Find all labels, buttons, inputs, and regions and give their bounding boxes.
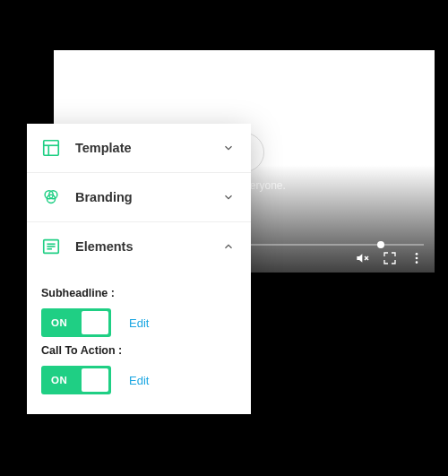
cta-edit-link[interactable]: Edit: [129, 374, 149, 387]
accordion-row-template[interactable]: Template: [27, 124, 251, 173]
svg-point-4: [416, 261, 418, 264]
svg-rect-5: [44, 141, 59, 156]
subheadline-controls: ON Edit: [41, 308, 237, 337]
elements-body: Subheadline : ON Edit Call To Action : O…: [27, 271, 251, 414]
accordion-label: Template: [75, 141, 222, 155]
template-icon: [41, 138, 61, 158]
subheadline-edit-link[interactable]: Edit: [129, 316, 149, 330]
accordion-row-branding[interactable]: Branding: [27, 173, 251, 222]
accordion-label: Branding: [75, 190, 222, 204]
chevron-down-icon: [222, 142, 235, 154]
accordion-row-elements[interactable]: Elements: [27, 222, 251, 271]
elements-icon: [41, 237, 61, 256]
chevron-down-icon: [222, 191, 235, 203]
more-vertical-icon[interactable]: [409, 251, 424, 265]
svg-point-3: [416, 257, 418, 260]
settings-panel: Template Branding Elements: [27, 124, 251, 414]
toggle-on-label: ON: [41, 375, 67, 385]
accordion-label: Elements: [75, 239, 222, 254]
fullscreen-icon[interactable]: [383, 251, 397, 265]
chevron-up-icon: [222, 240, 235, 253]
volume-muted-icon[interactable]: [356, 251, 370, 265]
subheadline-toggle[interactable]: ON: [41, 308, 111, 337]
toggle-knob: [82, 311, 108, 334]
video-progress-knob[interactable]: [377, 241, 384, 248]
cta-controls: ON Edit: [41, 366, 237, 394]
cta-toggle[interactable]: ON: [41, 366, 111, 394]
cta-label: Call To Action :: [41, 344, 237, 357]
toggle-on-label: ON: [41, 317, 67, 328]
subheadline-label: Subheadline :: [41, 287, 237, 299]
svg-point-2: [416, 253, 418, 255]
branding-icon: [41, 187, 61, 207]
toggle-knob: [82, 368, 108, 392]
